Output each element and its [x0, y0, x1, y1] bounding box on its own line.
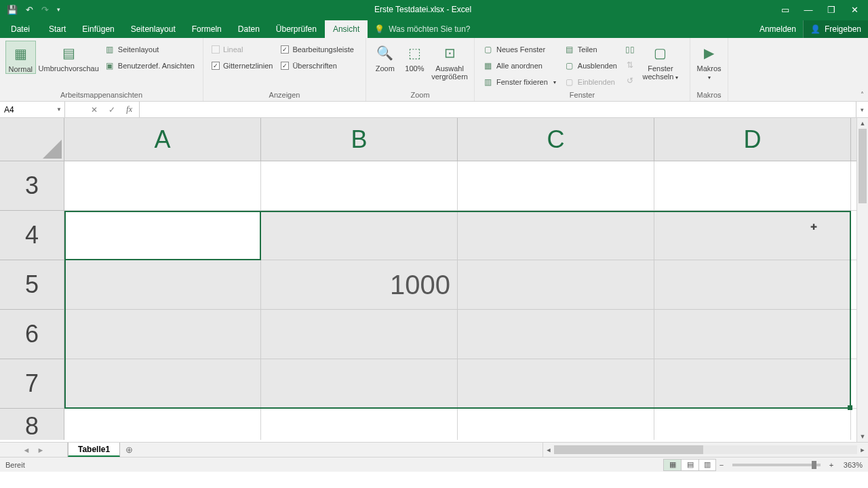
- page-break-shortcut[interactable]: ▥: [698, 459, 716, 471]
- page-layout-button[interactable]: ▥Seitenlayout: [102, 42, 197, 57]
- switch-windows-button[interactable]: ▢ Fensterwechseln ▾: [641, 41, 680, 81]
- hscroll-track[interactable]: [554, 445, 857, 454]
- cell-c6[interactable]: [458, 310, 654, 359]
- vscroll-track[interactable]: [857, 129, 868, 431]
- new-window-button[interactable]: ▢Neues Fenster: [480, 42, 559, 57]
- minimize-icon[interactable]: —: [802, 5, 815, 15]
- cell-a5[interactable]: [64, 260, 261, 309]
- normal-view-shortcut[interactable]: ▦: [663, 459, 681, 471]
- freeze-panes-button[interactable]: ▥Fenster fixieren▾: [480, 75, 559, 89]
- enter-formula-icon[interactable]: ✓: [108, 105, 115, 115]
- row-header-3[interactable]: 3: [0, 161, 64, 211]
- cell-b6[interactable]: [261, 310, 458, 359]
- sheet-prev-icon[interactable]: ◄: [23, 446, 31, 454]
- sign-in-button[interactable]: Anmelden: [753, 20, 803, 38]
- zoom-selection-button[interactable]: ⊡ Auswahlvergrößern: [431, 41, 469, 81]
- cell-d8[interactable]: [654, 409, 851, 440]
- name-box[interactable]: A4 ▼: [0, 102, 65, 117]
- zoom-slider-knob[interactable]: [812, 461, 816, 469]
- select-all-corner[interactable]: [0, 118, 64, 161]
- column-header-a[interactable]: A: [64, 118, 261, 161]
- cancel-formula-icon[interactable]: ✕: [91, 105, 98, 115]
- cell-b8[interactable]: [261, 409, 458, 440]
- column-header-c[interactable]: C: [458, 118, 654, 161]
- column-header-d[interactable]: D: [654, 118, 851, 161]
- gridlines-checkbox[interactable]: Gitternetzlinien: [209, 58, 275, 73]
- cell-c7[interactable]: [458, 359, 654, 408]
- zoom-percent[interactable]: 363%: [837, 461, 868, 469]
- chevron-down-icon[interactable]: ▼: [56, 106, 62, 113]
- tab-page-layout[interactable]: Seitenlayout: [123, 20, 184, 38]
- close-icon[interactable]: ✕: [848, 5, 861, 15]
- row-header-8[interactable]: 8: [0, 409, 64, 440]
- row-header-4[interactable]: 4: [0, 211, 64, 260]
- tab-file[interactable]: Datei: [0, 20, 41, 38]
- horizontal-scrollbar[interactable]: ◄ ►: [542, 443, 868, 457]
- sheet-tab-active[interactable]: Tabelle1: [68, 443, 120, 457]
- redo-icon[interactable]: ↷: [41, 5, 49, 15]
- row-header-7[interactable]: 7: [0, 359, 64, 409]
- share-button[interactable]: 👤 Freigeben: [803, 20, 868, 38]
- add-sheet-button[interactable]: ⊕: [120, 443, 138, 457]
- cell-b4[interactable]: [261, 211, 458, 260]
- tab-insert[interactable]: Einfügen: [74, 20, 122, 38]
- cell-d5[interactable]: [654, 260, 851, 309]
- vertical-scrollbar[interactable]: ▲ ▼: [856, 118, 868, 442]
- cell-d6[interactable]: [654, 310, 851, 359]
- macros-button[interactable]: ▶ Makros▾: [696, 41, 722, 81]
- tab-view[interactable]: Ansicht: [325, 20, 368, 38]
- cells-area[interactable]: 1000 ✚: [64, 161, 856, 442]
- scroll-up-icon[interactable]: ▲: [857, 118, 868, 129]
- hide-button[interactable]: ▢Ausblenden: [561, 58, 620, 73]
- row-header-5[interactable]: 5: [0, 260, 64, 310]
- cell-a4[interactable]: [64, 211, 261, 260]
- collapse-ribbon-icon[interactable]: ˄: [861, 91, 864, 98]
- qat-more-icon[interactable]: ▾: [57, 6, 60, 13]
- cell-a3[interactable]: [64, 161, 261, 210]
- insert-function-icon[interactable]: fx: [126, 104, 132, 115]
- cell-d4[interactable]: [654, 211, 851, 260]
- cell-a8[interactable]: [64, 409, 261, 440]
- zoom-in-button[interactable]: +: [826, 461, 837, 469]
- cell-b3[interactable]: [261, 161, 458, 210]
- ribbon-options-icon[interactable]: ▭: [778, 5, 792, 15]
- restore-icon[interactable]: ❐: [825, 5, 838, 15]
- cell-a6[interactable]: [64, 310, 261, 359]
- tab-review[interactable]: Überprüfen: [268, 20, 325, 38]
- tab-start[interactable]: Start: [41, 20, 74, 38]
- cell-b5[interactable]: 1000: [261, 260, 458, 309]
- page-layout-shortcut[interactable]: ▤: [681, 459, 698, 471]
- cell-c5[interactable]: [458, 260, 654, 309]
- zoom-slider[interactable]: [732, 464, 821, 466]
- cell-d3[interactable]: [654, 161, 851, 210]
- column-header-b[interactable]: B: [261, 118, 458, 161]
- tab-formulas[interactable]: Formeln: [184, 20, 230, 38]
- arrange-all-button[interactable]: ▦Alle anordnen: [480, 58, 559, 73]
- normal-view-button[interactable]: ▦ Normal: [5, 41, 36, 74]
- pagebreak-view-button[interactable]: ▤ Umbruchvorschau: [39, 41, 99, 73]
- custom-views-button[interactable]: ▣Benutzerdef. Ansichten: [102, 58, 197, 73]
- zoom-out-button[interactable]: −: [716, 461, 727, 469]
- formula-bar[interactable]: [140, 102, 856, 117]
- tell-me-search[interactable]: 💡 Was möchten Sie tun?: [368, 20, 477, 38]
- sheet-next-icon[interactable]: ►: [37, 446, 45, 454]
- headings-checkbox[interactable]: Überschriften: [278, 58, 357, 73]
- zoom-100-button[interactable]: ⬚ 100%: [401, 41, 429, 73]
- cell-d7[interactable]: [654, 359, 851, 408]
- expand-formula-bar-icon[interactable]: ▾: [856, 102, 868, 117]
- zoom-button[interactable]: 🔍 Zoom: [372, 41, 399, 73]
- cell-a7[interactable]: [64, 359, 261, 408]
- sheet-nav[interactable]: ◄►: [0, 443, 68, 457]
- cell-c3[interactable]: [458, 161, 654, 210]
- undo-icon[interactable]: ↶: [26, 5, 33, 15]
- cell-c4[interactable]: [458, 211, 654, 260]
- cell-c8[interactable]: [458, 409, 654, 440]
- hscroll-thumb[interactable]: [554, 445, 703, 454]
- view-side-by-side-button[interactable]: ▯▯: [623, 42, 638, 57]
- scroll-right-icon[interactable]: ►: [857, 447, 868, 453]
- scroll-left-icon[interactable]: ◄: [543, 447, 554, 453]
- formula-bar-checkbox[interactable]: Bearbeitungsleiste: [278, 42, 357, 57]
- split-button[interactable]: ▤Teilen: [561, 42, 620, 57]
- scroll-down-icon[interactable]: ▼: [857, 431, 868, 442]
- save-icon[interactable]: 💾: [7, 5, 18, 15]
